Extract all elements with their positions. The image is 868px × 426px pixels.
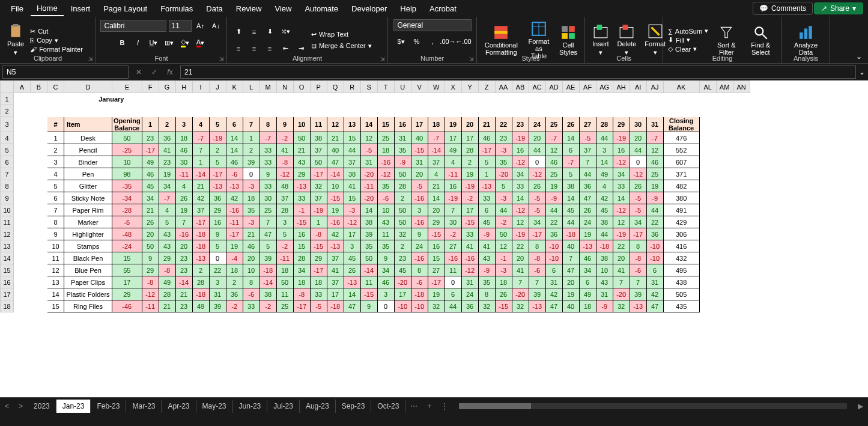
decrease-indent-icon[interactable]: ⇤ <box>279 42 292 55</box>
cell-day[interactable]: 38 <box>596 252 613 264</box>
cell-closing[interactable]: 438 <box>663 276 699 288</box>
cell-day[interactable]: 25 <box>377 132 394 144</box>
row-header-11[interactable]: 11 <box>1 216 14 228</box>
cell-day[interactable]: 25 <box>276 300 293 312</box>
cell-day[interactable]: -12 <box>344 216 360 228</box>
cell-day[interactable]: 6 <box>545 264 562 276</box>
dialog-launcher-icon[interactable]: ⇲ <box>219 56 225 62</box>
cell-opening[interactable]: 55 <box>112 264 142 276</box>
cell-day[interactable]: -2 <box>276 240 293 252</box>
row-header-14[interactable]: 14 <box>1 252 14 264</box>
cell-day[interactable]: 46 <box>646 156 663 168</box>
cell-day[interactable]: 49 <box>159 276 175 288</box>
cell-day[interactable]: 45 <box>562 204 579 216</box>
cell-day[interactable]: 5 <box>276 228 293 240</box>
row-header-17[interactable]: 17 <box>1 288 14 300</box>
comments-button[interactable]: 💬Comments <box>753 2 813 15</box>
cell-day[interactable]: -3 <box>495 264 512 276</box>
cell-day[interactable]: 12 <box>360 132 377 144</box>
col-header-E[interactable]: E <box>112 81 142 93</box>
cell-day[interactable]: 16 <box>512 144 529 156</box>
cell-day[interactable]: 50 <box>310 156 327 168</box>
cell-day[interactable]: 24 <box>461 288 478 300</box>
cell-day[interactable]: 7 <box>192 144 209 156</box>
cell-num[interactable]: 13 <box>47 276 64 288</box>
cell-day[interactable]: 4 <box>175 180 192 192</box>
cell-day[interactable]: 3 <box>344 240 360 252</box>
cell-num[interactable]: 2 <box>47 144 64 156</box>
wrap-text-button[interactable]: ↩Wrap Text <box>311 31 372 38</box>
cell-day[interactable]: 33 <box>243 300 259 312</box>
cell-day[interactable]: 1 <box>192 156 209 168</box>
cell-day[interactable]: 31 <box>411 156 428 168</box>
col-header-Y[interactable]: Y <box>461 81 478 93</box>
cell-day[interactable]: -15 <box>495 300 512 312</box>
cell-day[interactable]: -13 <box>293 180 310 192</box>
tab-nav-prev-icon[interactable]: < <box>0 402 14 410</box>
cell-day[interactable]: -9 <box>596 300 613 312</box>
cell-day[interactable]: 32 <box>478 300 495 312</box>
cell-day[interactable]: 44 <box>495 204 512 216</box>
cell-item[interactable]: Marker <box>64 216 112 228</box>
cell-day[interactable]: -2 <box>461 192 478 204</box>
cell-day[interactable]: 2 <box>394 192 411 204</box>
cell-day[interactable]: 47 <box>327 156 344 168</box>
cell-day[interactable]: 26 <box>142 216 159 228</box>
cell-day[interactable]: -9 <box>646 192 663 204</box>
cell-day[interactable]: -17 <box>428 276 445 288</box>
cell-day[interactable]: 3 <box>596 144 613 156</box>
cell-item[interactable]: Black Pen <box>64 252 112 264</box>
sheet-tab-year[interactable]: 2023 <box>28 400 56 413</box>
cell-day[interactable]: 50 <box>293 132 310 144</box>
cell-day[interactable]: 44 <box>596 228 613 240</box>
cell-day[interactable]: -13 <box>579 240 596 252</box>
conditional-formatting-button[interactable]: Conditional Formatting <box>482 23 521 57</box>
cell-day[interactable]: 41 <box>613 264 630 276</box>
cell-opening[interactable]: -46 <box>112 300 142 312</box>
cell-day[interactable]: 32 <box>613 300 630 312</box>
cell-day[interactable]: 18 <box>377 144 394 156</box>
col-header-V[interactable]: V <box>411 81 428 93</box>
cell-day[interactable]: 21 <box>142 204 159 216</box>
col-header-AE[interactable]: AE <box>562 81 579 93</box>
cell-day[interactable]: 29 <box>428 216 445 228</box>
increase-decimal-icon[interactable]: .00→ <box>442 35 455 48</box>
cell-day[interactable]: -6 <box>243 288 259 300</box>
align-middle-icon[interactable]: ≡ <box>247 25 261 38</box>
cell-day[interactable]: 42 <box>545 288 562 300</box>
cell-day[interactable]: 21 <box>243 228 259 240</box>
cell-day[interactable]: -20 <box>613 288 630 300</box>
cell-day[interactable]: 35 <box>377 180 394 192</box>
cell-day[interactable]: 16 <box>209 216 226 228</box>
cell-day[interactable]: 45 <box>394 264 411 276</box>
cell-item[interactable]: Glitter <box>64 180 112 192</box>
col-header-B[interactable]: B <box>31 81 47 93</box>
menu-acrobat[interactable]: Acrobat <box>423 2 463 16</box>
cell-day[interactable]: 19 <box>428 288 445 300</box>
align-bottom-icon[interactable]: ⬇ <box>263 25 276 38</box>
cell-day[interactable]: -11 <box>276 252 293 264</box>
cell-day[interactable]: 34 <box>142 192 159 204</box>
cell-day[interactable]: 38 <box>562 180 579 192</box>
cell-day[interactable]: -7 <box>259 132 276 144</box>
cell-day[interactable]: 36 <box>461 300 478 312</box>
cell-day[interactable]: 2 <box>192 264 209 276</box>
cell-day[interactable]: -17 <box>209 168 226 180</box>
row-header-18[interactable]: 18 <box>1 300 14 312</box>
align-left-icon[interactable]: ≡ <box>232 42 245 55</box>
cell-day[interactable]: 41 <box>512 264 529 276</box>
cell-day[interactable]: 44 <box>579 168 596 180</box>
cell-day[interactable]: 38 <box>596 216 613 228</box>
cell-item[interactable]: Desk <box>64 132 112 144</box>
cell-day[interactable]: 37 <box>310 144 327 156</box>
cell-day[interactable]: -5 <box>310 300 327 312</box>
cell-day[interactable]: 3 <box>377 288 394 300</box>
menu-view[interactable]: View <box>269 2 297 16</box>
cell-day[interactable]: 0 <box>445 276 461 288</box>
cell-day[interactable]: 14 <box>360 204 377 216</box>
more-tabs-icon[interactable]: ⋯ <box>405 402 422 410</box>
cell-day[interactable]: 39 <box>259 252 276 264</box>
increase-font-icon[interactable]: A↑ <box>194 19 207 32</box>
cell-opening[interactable]: 15 <box>112 252 142 264</box>
cell-day[interactable]: -10 <box>394 300 411 312</box>
